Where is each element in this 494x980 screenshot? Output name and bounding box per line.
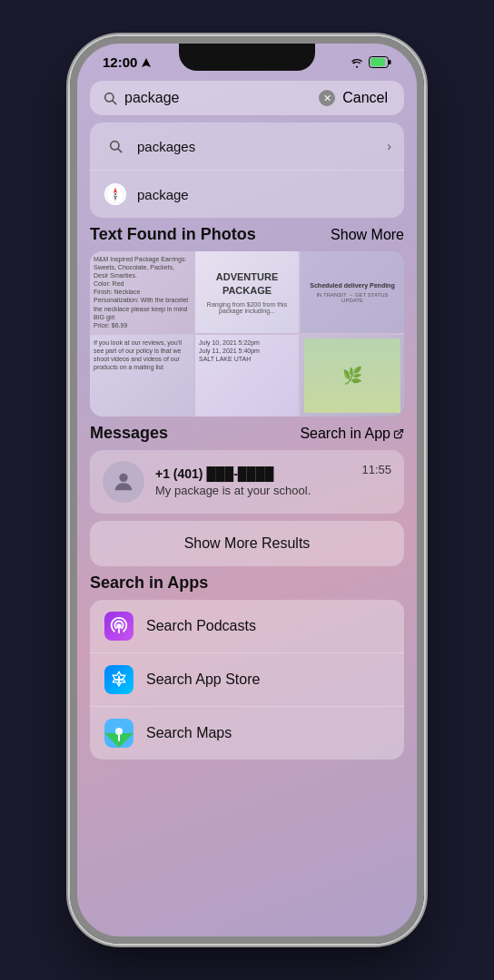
message-1-sender: +1 (401) ███-████ xyxy=(155,466,351,481)
photo-cell-5[interactable]: July 10, 2021 5:22pmJuly 11, 2021 5:40pm… xyxy=(195,335,299,416)
external-link-icon xyxy=(393,428,404,439)
message-1-content: +1 (401) ███-████ My package is at your … xyxy=(155,466,351,497)
search-appstore-item[interactable]: Search App Store xyxy=(90,653,404,707)
photo-2-content: ADVENTUREPACKAGE Ranging from $200 from … xyxy=(195,251,299,333)
svg-point-19 xyxy=(115,728,123,735)
svg-point-13 xyxy=(119,474,127,482)
suggestion-packages[interactable]: packages › xyxy=(90,122,404,171)
messages-section: Messages Search in App xyxy=(90,424,404,514)
wifi-icon xyxy=(350,57,364,68)
search-input[interactable] xyxy=(124,90,311,106)
photo-cell-6[interactable]: 🌿 xyxy=(301,335,404,416)
photo-4-content: If you look at our reviews, you'll see p… xyxy=(90,335,193,375)
svg-point-14 xyxy=(116,623,122,629)
photo-1-content: M&M Inspired Package Earrings: Sweets, C… xyxy=(90,251,193,333)
search-in-apps-title: Search in Apps xyxy=(90,573,404,593)
messages-search-in-app-button[interactable]: Search in App xyxy=(300,426,404,442)
photo-6-content: 🌿 xyxy=(301,335,404,416)
messages-list: +1 (401) ███-████ My package is at your … xyxy=(90,450,404,514)
photo-5-content: July 10, 2021 5:22pmJuly 11, 2021 5:40pm… xyxy=(195,335,299,367)
photos-section-title: Text Found in Photos xyxy=(90,225,256,244)
search-appstore-label: Search App Store xyxy=(146,671,260,688)
photo-cell-4[interactable]: If you look at our reviews, you'll see p… xyxy=(90,335,193,416)
appstore-icon xyxy=(104,665,133,694)
suggestions-list: packages › package xyxy=(90,122,404,218)
phone-screen: 12:00 xyxy=(77,44,417,936)
suggestion-package[interactable]: package xyxy=(90,171,404,218)
svg-rect-2 xyxy=(370,58,385,66)
search-maps-label: Search Maps xyxy=(146,725,232,741)
avatar-1 xyxy=(103,461,144,503)
search-podcasts-label: Search Podcasts xyxy=(146,618,256,634)
messages-search-in-app-label: Search in App xyxy=(300,426,390,442)
phone-frame: 12:00 xyxy=(70,36,424,944)
battery-icon xyxy=(369,56,391,68)
search-apps-list: Search Podcasts Search App Store xyxy=(90,600,404,760)
photo-cell-3[interactable]: Scheduled delivery Pending IN TRANSIT → … xyxy=(301,251,404,333)
status-time: 12:00 xyxy=(103,54,137,70)
search-in-apps-section: Search in Apps Search Podcasts xyxy=(90,573,404,760)
suggestion-packages-text: packages xyxy=(137,139,378,154)
svg-line-6 xyxy=(118,149,122,152)
photos-grid: M&M Inspired Package Earrings: Sweets, C… xyxy=(90,251,404,416)
messages-section-header: Messages Search in App xyxy=(90,424,404,443)
status-icons xyxy=(350,56,391,68)
svg-line-12 xyxy=(398,429,403,435)
photo-cell-1[interactable]: M&M Inspired Package Earrings: Sweets, C… xyxy=(90,251,193,333)
search-maps-item[interactable]: Search Maps xyxy=(90,707,404,760)
photos-section-header: Text Found in Photos Show More xyxy=(90,225,404,244)
photos-show-more-button[interactable]: Show More xyxy=(331,227,404,243)
photos-show-more-label: Show More xyxy=(331,227,404,243)
suggestion-arrow-icon: › xyxy=(387,139,391,153)
svg-point-11 xyxy=(114,193,116,195)
messages-section-title: Messages xyxy=(90,424,168,443)
show-more-results-button[interactable]: Show More Results xyxy=(90,521,404,566)
suggestion-search-icon-1 xyxy=(103,133,128,159)
maps-icon xyxy=(104,719,133,748)
photos-section: Text Found in Photos Show More M&M Inspi… xyxy=(90,225,404,416)
search-clear-button[interactable]: ✕ xyxy=(319,90,335,106)
notch xyxy=(179,44,315,71)
svg-line-4 xyxy=(113,101,116,104)
svg-rect-1 xyxy=(389,60,391,64)
show-more-results-label: Show More Results xyxy=(184,535,311,551)
search-bar[interactable]: ✕ Cancel xyxy=(90,81,404,115)
location-icon xyxy=(141,57,152,68)
svg-rect-15 xyxy=(118,629,120,634)
message-item-1[interactable]: +1 (401) ███-████ My package is at your … xyxy=(90,450,404,514)
message-1-preview: My package is at your school. xyxy=(155,484,351,497)
suggestion-safari-icon xyxy=(103,181,128,207)
photo-3-content: Scheduled delivery Pending IN TRANSIT → … xyxy=(301,251,404,333)
cancel-button[interactable]: Cancel xyxy=(342,90,388,106)
search-icon xyxy=(103,91,117,105)
message-1-time: 11:55 xyxy=(361,461,391,476)
suggestion-package-text: package xyxy=(137,187,391,202)
photo-cell-2[interactable]: ADVENTUREPACKAGE Ranging from $200 from … xyxy=(195,251,299,333)
search-podcasts-item[interactable]: Search Podcasts xyxy=(90,600,404,653)
podcasts-icon xyxy=(104,612,133,641)
